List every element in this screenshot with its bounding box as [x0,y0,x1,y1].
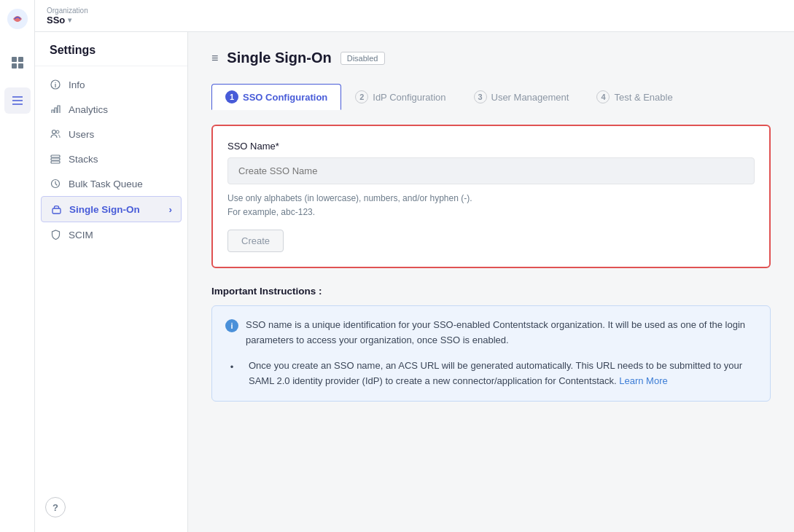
sidebar-item-label: Info [69,79,85,90]
sso-name-label: SSO Name* [227,141,755,152]
instruction-item-1: i SSO name is a unique identification fo… [225,318,757,348]
help-button[interactable]: ? [45,497,66,517]
create-button[interactable]: Create [227,230,284,252]
svg-rect-2 [18,57,23,62]
sidebar-item-scim[interactable]: SCIM [35,222,187,247]
svg-rect-4 [18,63,23,69]
svg-rect-12 [51,155,60,157]
svg-rect-16 [52,208,61,214]
instruction-text-1: SSO name is a unique identification for … [246,318,757,348]
tab-test-enable[interactable]: 4 Test & Enable [583,84,686,110]
nav-rail [0,0,35,532]
nav-settings-icon[interactable] [4,87,31,114]
svg-rect-3 [12,63,17,69]
tab-number-2: 2 [355,90,368,103]
tab-label-2: IdP Configuration [373,92,445,103]
org-name: SSo ▾ [47,15,88,26]
hamburger-icon[interactable]: ≡ [211,52,218,65]
sso-name-input[interactable] [227,157,755,184]
sidebar: Settings i Info [35,32,188,532]
sidebar-item-bulk-task-queue[interactable]: Bulk Task Queue [35,171,187,196]
sidebar-item-analytics[interactable]: Analytics [35,97,187,122]
shield-icon [50,229,61,240]
sidebar-item-stacks[interactable]: Stacks [35,146,187,171]
tab-label-3: User Management [491,92,569,103]
stacks-icon [50,153,61,165]
svg-point-11 [56,130,59,133]
sidebar-item-label: Bulk Task Queue [69,179,143,189]
page-title-row: ≡ Single Sign-On Disabled [211,50,771,66]
logo[interactable] [7,9,28,32]
tab-label-4: Test & Enable [614,92,672,103]
users-icon [50,128,61,140]
instructions-title: Important Instructions : [211,286,771,297]
sidebar-nav: i Info Analytics [35,66,187,488]
main-content: ≡ Single Sign-On Disabled 1 SSO Configur… [188,32,794,532]
info-icon: i [225,319,238,332]
analytics-icon [50,103,61,115]
instruction-item-2: • Once you create an SSO name, an ACS UR… [225,359,757,389]
org-selector[interactable]: Organization SSo ▾ [47,7,88,26]
tab-number-1: 1 [225,90,238,103]
org-label: Organization [47,7,88,15]
sidebar-item-info[interactable]: i Info [35,72,187,97]
sidebar-item-label: Stacks [69,154,98,165]
tab-label-1: SSO Configuration [243,92,327,103]
instruction-text-2: Once you create an SSO name, an ACS URL … [246,359,757,389]
sidebar-item-label: SCIM [69,230,93,240]
svg-rect-1 [12,57,17,62]
sidebar-item-users[interactable]: Users [35,122,187,146]
page-title: Single Sign-On [227,50,331,66]
learn-more-link[interactable]: Learn More [619,375,667,386]
dropdown-icon: ▾ [68,16,71,24]
tab-number-4: 4 [596,90,610,103]
sidebar-item-label: Single Sign-On [69,204,140,215]
tab-sso-configuration[interactable]: 1 SSO Configuration [211,84,341,110]
info-icon: i [50,79,61,90]
svg-point-10 [52,130,56,134]
lock-icon [50,203,62,215]
svg-rect-13 [51,158,60,160]
sidebar-item-label: Users [69,129,94,140]
content-area: ≡ Single Sign-On Disabled 1 SSO Configur… [188,32,794,532]
sidebar-title: Settings [35,32,187,66]
tabs-row: 1 SSO Configuration 2 IdP Configuration … [211,84,771,110]
tab-user-management[interactable]: 3 User Management [460,84,583,110]
svg-text:i: i [55,82,57,89]
instructions-box: i SSO name is a unique identification fo… [211,305,771,401]
tab-number-3: 3 [474,90,487,103]
svg-rect-14 [51,161,60,163]
sso-hint: Use only alphabets (in lowercase), numbe… [227,192,755,219]
sso-config-box: SSO Name* Use only alphabets (in lowerca… [211,125,771,268]
topbar: Organization SSo ▾ [35,0,794,32]
status-badge: Disabled [340,52,385,65]
sidebar-item-single-sign-on[interactable]: Single Sign-On › [41,196,182,222]
instructions-section: Important Instructions : i SSO name is a… [211,286,771,401]
nav-dashboard-icon[interactable] [4,50,31,76]
tab-idp-configuration[interactable]: 2 IdP Configuration [341,84,459,110]
queue-icon [50,178,61,189]
chevron-right-icon: › [169,204,173,215]
sidebar-item-label: Analytics [69,104,108,115]
